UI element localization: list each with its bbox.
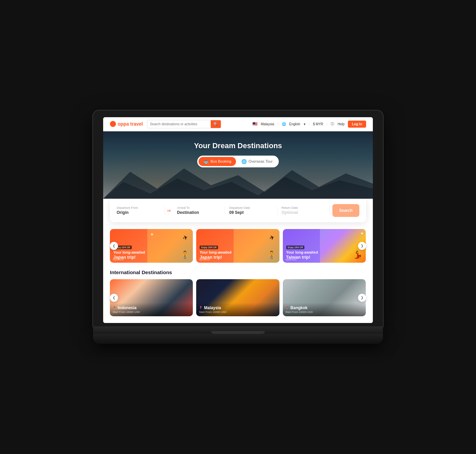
departure-value: Origin (117, 210, 160, 215)
destination-card-malaysia[interactable]: 📍 Malaysia Start From 10000 USD (196, 279, 279, 316)
promo-title-line2: Your long-awaited (200, 250, 276, 255)
promo-title-3: Your long-awaited Taiwan trip! (286, 250, 362, 260)
dest-overlay-malaysia: 📍 Malaysia Start From 10000 USD (196, 303, 279, 316)
sparkle-icon-3: ✦ (360, 231, 364, 236)
promo-logo-2: oppatravel (199, 258, 210, 261)
promo-section: ❮ ✈ 🧍 ✦ Enjo (103, 222, 373, 266)
departure-label: Departure From (117, 206, 160, 209)
promo-dest-3: Taiwan trip! (286, 255, 362, 260)
promo-prev-button[interactable]: ❮ (110, 242, 118, 250)
promo-title-line3: Your long-awaited (286, 250, 362, 255)
laptop-base (93, 326, 383, 334)
promo-card-1-content: Enjoy 18% Off Your long-awaited Japan tr… (110, 241, 193, 263)
return-date-label: Return Date (281, 206, 325, 209)
tab-bus-booking[interactable]: 🚌 Bus Booking (199, 157, 236, 166)
promo-card-1[interactable]: ✈ 🧍 ✦ Enjoy 18% Off Your long-awaited Ja… (110, 229, 193, 263)
promo-dest-2: Japan trip! (200, 255, 276, 260)
dest-label-malaysia: Malaysia (204, 305, 221, 310)
promo-card-2-content: Enjoy 18% Off Your long-awaited Japan tr… (196, 241, 279, 263)
search-button[interactable]: 🔍 (211, 120, 221, 128)
dest-name-malaysia: 📍 Malaysia (199, 305, 276, 310)
dest-overlay-indonesia: 📍 Indonesia Start From 10000 USD (110, 303, 193, 316)
arrival-value: Destination (177, 210, 221, 215)
departure-date-field[interactable]: Departure Date 09 Sept (225, 206, 277, 215)
promo-carousel: ✈ 🧍 ✦ Enjoy 18% Off Your long-awaited Ja… (110, 229, 366, 263)
return-date-value: Optional (281, 210, 325, 215)
nav-right: 🇲🇾 Malaysia | 🌐 English ▾ | $ MYR | ⓘ He… (252, 121, 366, 128)
booking-tabs: 🚌 Bus Booking 🌐 Overseas Tour (197, 156, 278, 167)
swap-arrow-icon: ⇒ (165, 208, 173, 213)
hero-section: Your Dream Destinations 🚌 Bus Booking 🌐 … (103, 131, 373, 199)
departure-field[interactable]: Departure From Origin (117, 206, 165, 215)
laptop-bottom (93, 334, 383, 344)
separator: | (277, 122, 278, 126)
sparkle-icon: ✦ (150, 232, 154, 237)
brand-logo[interactable]: 📍 oppa travel (110, 121, 143, 127)
search-action-button[interactable]: Search (332, 204, 359, 217)
search-bar[interactable]: 🔍 (147, 120, 221, 128)
promo-title-line1: Your long-awaited (113, 250, 189, 255)
search-fields: Departure From Origin ⇒ Arrival To Desti… (117, 204, 359, 217)
currency-label[interactable]: $ MYR (313, 122, 323, 126)
promo-card-2[interactable]: ✈ 🧍 Enjoy 18% Off Your long-awaited Japa… (196, 229, 279, 263)
tab-overseas-tour[interactable]: 🌐 Overseas Tour (237, 157, 277, 166)
separator3: | (327, 122, 328, 126)
browser-window: 📍 oppa travel 🔍 🇲🇾 Malaysia | 🌐 English … (103, 117, 373, 323)
tab-overseas-label: Overseas Tour (248, 159, 272, 163)
brand-icon: 📍 (110, 121, 116, 127)
destinations-next-button[interactable]: ❯ (358, 294, 366, 302)
promo-card-3[interactable]: ✦ 💃 Enjoy 18% Off Your long-awaited Taiw… (283, 229, 366, 263)
bus-icon: 🚌 (203, 159, 209, 164)
pin-icon-indonesia: 📍 (113, 306, 116, 310)
promo-next-button[interactable]: ❯ (358, 242, 366, 250)
promo-title-2: Your long-awaited Japan trip! (200, 250, 276, 260)
country-label[interactable]: Malaysia (261, 122, 274, 126)
promo-card-3-content: Enjoy 18% Off Your long-awaited Taiwan t… (283, 241, 366, 263)
globe-icon: 🌐 (241, 159, 247, 164)
dest-price-bangkok: Start From 10000 USD (286, 311, 363, 314)
login-button[interactable]: Log In (348, 121, 366, 128)
promo-logo-3: oppatravel (286, 258, 297, 261)
dest-name-indonesia: 📍 Indonesia (113, 305, 190, 310)
promo-dest-1: Japan trip! (113, 255, 189, 260)
destination-card-indonesia[interactable]: 📍 Indonesia Start From 10000 USD (110, 279, 193, 316)
arrival-label: Arrival To (177, 206, 221, 209)
help-label[interactable]: Help (337, 122, 345, 126)
destinations-carousel-wrapper: ❮ 📍 Indonesia Start From 10000 USD (110, 279, 366, 316)
destination-card-bangkok[interactable]: 📍 Bangkok Start From 10000 USD (283, 279, 366, 316)
destinations-prev-button[interactable]: ❮ (110, 294, 118, 302)
language-icon: 🌐 (282, 122, 286, 126)
pin-icon-malaysia: 📍 (199, 306, 203, 310)
dest-label-bangkok: Bangkok (291, 305, 308, 310)
departure-date-value: 09 Sept (229, 210, 273, 215)
departure-date-label: Departure Date (229, 206, 273, 209)
language-label[interactable]: English (289, 122, 300, 126)
search-panel: Departure From Origin ⇒ Arrival To Desti… (110, 199, 366, 222)
tab-bus-label: Bus Booking (210, 159, 231, 163)
arrival-field[interactable]: Arrival To Destination (173, 206, 225, 215)
dest-label-indonesia: Indonesia (118, 305, 137, 310)
chevron-down-icon: ▾ (304, 122, 305, 126)
promo-badge-2: Enjoy 18% Off (200, 246, 218, 249)
help-icon: ⓘ (331, 122, 334, 126)
hero-title: Your Dream Destinations (110, 141, 366, 150)
separator2: | (309, 122, 310, 126)
dest-price-indonesia: Start From 10000 USD (113, 311, 190, 314)
destinations-carousel: 📍 Indonesia Start From 10000 USD 📍 (110, 279, 366, 316)
promo-carousel-wrapper: ❮ ✈ 🧍 ✦ Enjo (110, 229, 366, 263)
laptop-mockup: 📍 oppa travel 🔍 🇲🇾 Malaysia | 🌐 English … (93, 110, 383, 344)
search-input[interactable] (147, 121, 211, 128)
return-date-field[interactable]: Return Date Optional (277, 206, 330, 215)
destinations-section: International Destinations ❮ 📍 Indonesia (103, 266, 373, 323)
screen-bezel: 📍 oppa travel 🔍 🇲🇾 Malaysia | 🌐 English … (93, 110, 383, 326)
brand-name: oppa travel (118, 121, 143, 127)
dest-name-bangkok: 📍 Bangkok (286, 305, 363, 310)
promo-title-1: Your long-awaited Japan trip! (113, 250, 189, 260)
pin-icon-bangkok: 📍 (286, 306, 289, 310)
dest-overlay-bangkok: 📍 Bangkok Start From 10000 USD (283, 303, 366, 316)
country-flag: 🇲🇾 (252, 122, 258, 126)
promo-logo-1: oppatravel (113, 258, 124, 261)
mountains-decoration (103, 165, 373, 199)
tabs-container: 🚌 Bus Booking 🌐 Overseas Tour (110, 156, 366, 167)
promo-badge-3: Enjoy 18% Off (286, 246, 305, 249)
